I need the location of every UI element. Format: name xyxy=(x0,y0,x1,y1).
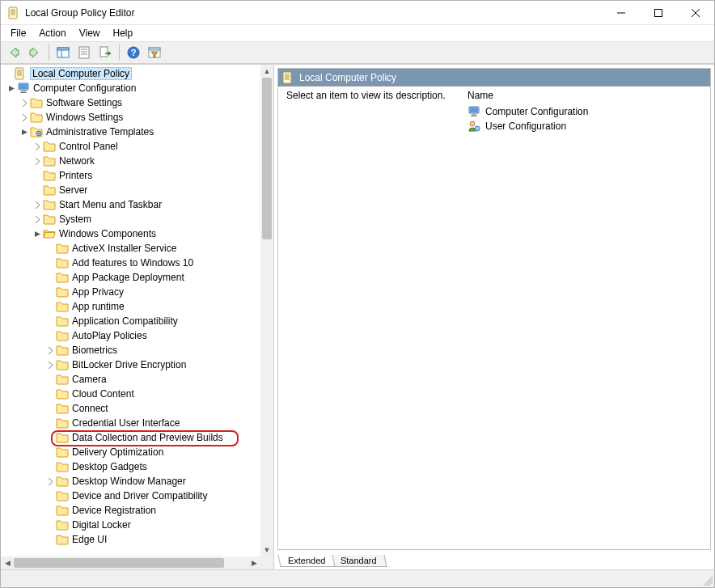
tab-standard[interactable]: Standard xyxy=(331,555,387,567)
tree-printers[interactable]: Printers xyxy=(2,168,260,183)
expand-toggle[interactable] xyxy=(19,126,30,137)
properties-button[interactable] xyxy=(74,43,94,62)
tree-connect[interactable]: Connect xyxy=(2,401,260,416)
tree-label: Connect xyxy=(72,403,108,414)
horizontal-scrollbar[interactable]: ◀ ▶ xyxy=(1,556,260,569)
tree-root[interactable]: Local Computer Policy xyxy=(2,66,260,81)
export-list-button[interactable] xyxy=(95,43,115,62)
expand-toggle[interactable] xyxy=(44,345,56,356)
folder-icon xyxy=(56,256,69,269)
list-column: Name Computer Configuration User Configu… xyxy=(468,90,702,546)
folder-icon xyxy=(56,344,69,357)
show-hide-tree-button[interactable] xyxy=(53,43,73,62)
expand-toggle[interactable] xyxy=(44,476,56,487)
nav-back-button[interactable] xyxy=(4,43,23,62)
help-button[interactable] xyxy=(124,43,143,62)
folder-icon xyxy=(56,373,69,386)
expand-toggle[interactable] xyxy=(19,112,30,123)
folder-icon xyxy=(56,504,69,517)
expand-toggle[interactable] xyxy=(32,141,43,152)
expand-toggle[interactable] xyxy=(44,359,56,370)
folder-icon xyxy=(43,184,56,197)
tree-windows-settings[interactable]: Windows Settings xyxy=(2,110,260,125)
policy-tree[interactable]: Local Computer Policy Computer Configura… xyxy=(1,65,260,556)
menu-view[interactable]: View xyxy=(73,26,107,40)
folder-icon xyxy=(56,402,69,415)
description-prompt: Select an item to view its description. xyxy=(286,90,446,101)
tree-label: Device and Driver Compatibility xyxy=(72,490,207,501)
tree-label: Biometrics xyxy=(72,345,117,356)
tree-software-settings[interactable]: Software Settings xyxy=(2,95,260,110)
resize-grip[interactable] xyxy=(701,574,713,586)
tree-autoplay-policies[interactable]: AutoPlay Policies xyxy=(2,328,260,343)
tree-app-privacy[interactable]: App Privacy xyxy=(2,285,260,299)
expand-toggle[interactable] xyxy=(32,199,43,210)
close-button[interactable] xyxy=(677,1,714,25)
details-pane: Local Computer Policy Select an item to … xyxy=(274,65,714,569)
tree-label: Computer Configuration xyxy=(33,82,136,94)
scroll-thumb[interactable] xyxy=(262,78,272,239)
tree-administrative-templates[interactable]: Administrative Templates xyxy=(2,125,260,139)
tree-system[interactable]: System xyxy=(2,212,260,226)
folder-icon xyxy=(56,475,69,488)
tree-app-package-deployment[interactable]: App Package Deployment xyxy=(2,270,260,285)
tree-edge-ui[interactable]: Edge UI xyxy=(2,532,260,547)
folder-icon xyxy=(30,96,43,109)
tree-label: Start Menu and Taskbar xyxy=(59,199,162,210)
titlebar: Local Group Policy Editor xyxy=(1,1,714,25)
tree-desktop-window-manager[interactable]: Desktop Window Manager xyxy=(2,474,260,489)
tree-windows-components[interactable]: Windows Components xyxy=(2,226,260,241)
tree-cloud-content[interactable]: Cloud Content xyxy=(2,387,260,401)
tree-delivery-optimization[interactable]: Delivery Optimization xyxy=(2,445,260,459)
tree-digital-locker[interactable]: Digital Locker xyxy=(2,518,260,532)
expand-toggle[interactable] xyxy=(32,228,43,239)
tree-control-panel[interactable]: Control Panel xyxy=(2,139,260,154)
tree-add-features[interactable]: Add features to Windows 10 xyxy=(2,256,260,270)
view-tabs: Extended Standard xyxy=(277,550,711,566)
expand-toggle[interactable] xyxy=(32,214,43,225)
menu-action[interactable]: Action xyxy=(32,26,72,40)
tree-label: Cloud Content xyxy=(72,388,134,400)
tree-data-collection[interactable]: Data Collection and Preview Builds xyxy=(2,430,260,445)
scroll-right-arrow[interactable]: ▶ xyxy=(248,556,260,569)
tree-camera[interactable]: Camera xyxy=(2,372,260,387)
folder-icon xyxy=(43,213,56,226)
tree-computer-configuration[interactable]: Computer Configuration xyxy=(2,81,260,95)
tree-start-menu-taskbar[interactable]: Start Menu and Taskbar xyxy=(2,197,260,212)
scroll-thumb[interactable] xyxy=(14,558,224,568)
menu-file[interactable]: File xyxy=(4,26,32,40)
menu-help[interactable]: Help xyxy=(107,26,140,40)
vertical-scrollbar[interactable]: ▲ ▼ xyxy=(260,65,273,556)
maximize-button[interactable] xyxy=(640,1,677,25)
expand-toggle[interactable] xyxy=(19,97,30,108)
list-item-computer-configuration[interactable]: Computer Configuration xyxy=(468,104,702,119)
tree-app-runtime[interactable]: App runtime xyxy=(2,299,260,314)
tree-server[interactable]: Server xyxy=(2,183,260,197)
tree-network[interactable]: Network xyxy=(2,154,260,168)
tree-application-compatibility[interactable]: Application Compatibility xyxy=(2,314,260,328)
details-header: Local Computer Policy xyxy=(278,69,710,87)
scroll-left-arrow[interactable]: ◀ xyxy=(1,556,14,569)
tree-desktop-gadgets[interactable]: Desktop Gadgets xyxy=(2,459,260,474)
column-header-name[interactable]: Name xyxy=(468,90,702,101)
scroll-down-arrow[interactable]: ▼ xyxy=(260,544,273,556)
tree-label: Camera xyxy=(72,374,107,385)
expand-toggle[interactable] xyxy=(32,155,43,167)
tree-device-registration[interactable]: Device Registration xyxy=(2,503,260,518)
tree-biometrics[interactable]: Biometrics xyxy=(2,343,260,357)
scroll-icon xyxy=(281,71,294,84)
nav-forward-button[interactable] xyxy=(25,43,44,62)
expand-toggle[interactable] xyxy=(6,82,17,94)
tab-extended[interactable]: Extended xyxy=(277,555,336,567)
toolbar-separator xyxy=(49,44,49,61)
tree-activex[interactable]: ActiveX Installer Service xyxy=(2,241,260,256)
minimize-button[interactable] xyxy=(603,1,640,25)
tree-device-driver-compat[interactable]: Device and Driver Compatibility xyxy=(2,489,260,503)
list-item-user-configuration[interactable]: User Configuration xyxy=(468,119,702,133)
tree-credential-ui[interactable]: Credential User Interface xyxy=(2,416,260,430)
folder-icon xyxy=(43,140,56,153)
filter-button[interactable] xyxy=(145,43,164,62)
folder-icon xyxy=(56,329,69,342)
tree-bitlocker[interactable]: BitLocker Drive Encryption xyxy=(2,357,260,372)
scroll-up-arrow[interactable]: ▲ xyxy=(260,65,273,78)
